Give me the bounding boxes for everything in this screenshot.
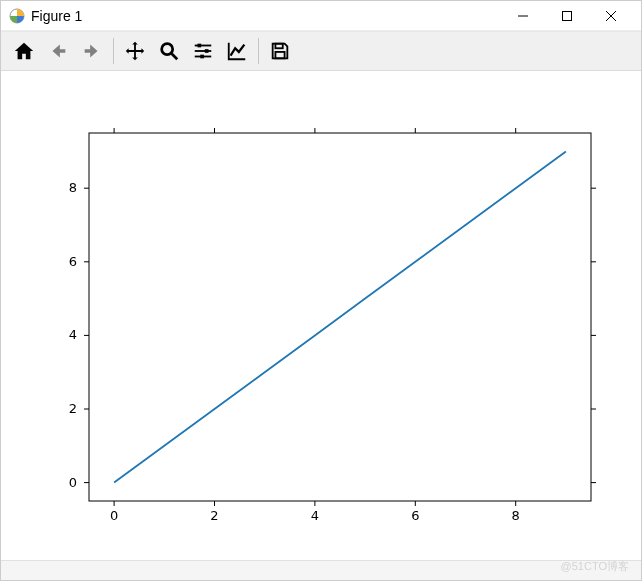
toolbar-separator: [113, 38, 114, 64]
titlebar: Figure 1: [1, 1, 641, 31]
svg-text:8: 8: [512, 508, 520, 523]
svg-text:0: 0: [110, 508, 118, 523]
svg-rect-12: [200, 55, 204, 59]
line-chart: 0246802468: [1, 73, 641, 561]
svg-text:4: 4: [311, 508, 319, 523]
move-icon: [124, 40, 146, 62]
svg-rect-14: [275, 52, 284, 58]
save-icon: [269, 40, 291, 62]
svg-line-6: [172, 54, 178, 60]
svg-rect-13: [275, 44, 282, 49]
close-button[interactable]: [589, 1, 633, 31]
app-icon: [9, 8, 25, 24]
svg-text:6: 6: [69, 254, 77, 269]
svg-text:0: 0: [69, 475, 77, 490]
zoom-icon: [158, 40, 180, 62]
edit-axis-button[interactable]: [220, 34, 254, 68]
pan-button[interactable]: [118, 34, 152, 68]
toolbar-separator: [258, 38, 259, 64]
svg-text:2: 2: [210, 508, 218, 523]
svg-rect-10: [205, 49, 209, 53]
svg-text:8: 8: [69, 180, 77, 195]
svg-point-5: [162, 44, 173, 55]
svg-text:4: 4: [69, 327, 77, 342]
statusbar: [1, 560, 641, 580]
home-button[interactable]: [7, 34, 41, 68]
home-icon: [13, 40, 35, 62]
plot-area: 0246802468: [1, 73, 641, 560]
svg-text:6: 6: [411, 508, 419, 523]
window-title: Figure 1: [31, 8, 82, 24]
chart-line-icon: [226, 40, 248, 62]
configure-subplots-button[interactable]: [186, 34, 220, 68]
back-button[interactable]: [41, 34, 75, 68]
arrow-left-icon: [47, 40, 69, 62]
svg-rect-8: [198, 44, 202, 48]
svg-rect-2: [563, 11, 572, 20]
svg-text:2: 2: [69, 401, 77, 416]
sliders-icon: [192, 40, 214, 62]
minimize-button[interactable]: [501, 1, 545, 31]
maximize-button[interactable]: [545, 1, 589, 31]
arrow-right-icon: [81, 40, 103, 62]
zoom-button[interactable]: [152, 34, 186, 68]
forward-button[interactable]: [75, 34, 109, 68]
toolbar: [1, 31, 641, 71]
save-button[interactable]: [263, 34, 297, 68]
